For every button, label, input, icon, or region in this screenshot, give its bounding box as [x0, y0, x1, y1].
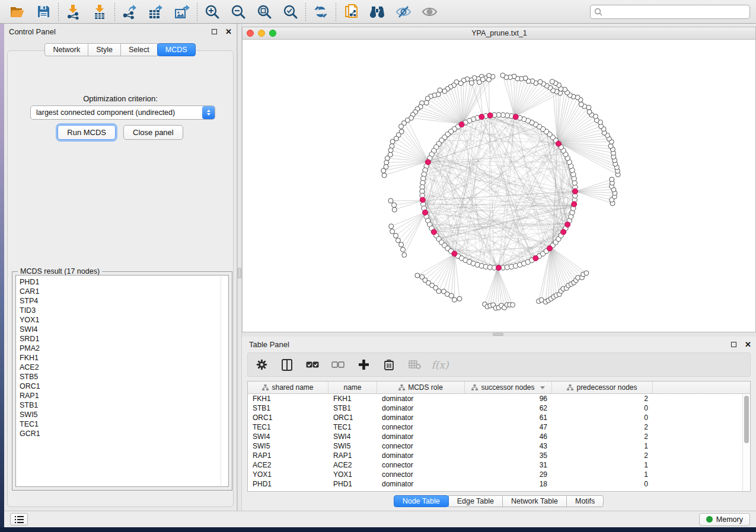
table-cell: connector: [377, 470, 465, 479]
add-column-button[interactable]: [356, 357, 371, 373]
table-scrollbar-thumb[interactable]: [744, 396, 749, 443]
import-table-icon: [92, 4, 107, 20]
table-settings-button[interactable]: [254, 357, 269, 373]
preview-button[interactable]: [418, 2, 441, 22]
window-close-icon[interactable]: [247, 30, 254, 37]
find-button[interactable]: [366, 2, 388, 22]
delete-column-button[interactable]: [381, 357, 397, 373]
table-cell: YOX1: [328, 470, 377, 479]
table-cell: SWI4: [328, 432, 377, 441]
table-row[interactable]: SWI5SWI5connector431: [248, 441, 742, 451]
open-file-button[interactable]: [6, 2, 28, 22]
mcds-list-item[interactable]: GCR1: [20, 429, 228, 438]
criterion-dropdown[interactable]: largest connected component (undirected): [30, 105, 215, 120]
zoom-in-button[interactable]: [201, 2, 224, 22]
table-cell-filler: [653, 394, 742, 403]
mcds-list-item[interactable]: STP4: [20, 296, 228, 306]
horizontal-splitter[interactable]: [242, 332, 756, 336]
clone-network-button[interactable]: [340, 2, 362, 22]
function-builder-button[interactable]: f(x): [432, 357, 448, 373]
mcds-list-item[interactable]: RAP1: [20, 391, 228, 400]
table-row[interactable]: YOX1YOX1connector291: [248, 470, 742, 479]
mcds-list-item[interactable]: ACE2: [20, 363, 228, 372]
mcds-list-item[interactable]: TID3: [20, 306, 228, 315]
deselect-all-button[interactable]: [330, 357, 346, 373]
search-input[interactable]: [605, 8, 746, 16]
show-hide-graphics-button[interactable]: [392, 2, 414, 22]
refresh-button[interactable]: [310, 2, 332, 22]
mcds-list-item[interactable]: SWI4: [20, 325, 228, 334]
mcds-list-item[interactable]: ORC1: [20, 382, 228, 391]
mcds-list-item[interactable]: FKH1: [20, 353, 228, 363]
mcds-list-item[interactable]: STB1: [20, 400, 228, 410]
export-table-button[interactable]: [145, 2, 167, 22]
tab-motifs[interactable]: Motifs: [566, 495, 604, 507]
mcds-list-item[interactable]: YOX1: [20, 315, 228, 325]
splitter-grip[interactable]: [238, 268, 241, 278]
fx-icon: f(x): [431, 359, 448, 371]
network-canvas[interactable]: [243, 40, 755, 332]
tab-network[interactable]: Network: [44, 43, 88, 56]
table-row[interactable]: PHD1PHD1dominator180: [248, 479, 742, 489]
mcds-list-item[interactable]: STB5: [20, 372, 228, 382]
column-header-shared-name[interactable]: shared name: [248, 382, 328, 393]
mcds-list-item[interactable]: CAR1: [20, 287, 228, 296]
network-window-titlebar[interactable]: YPA_prune.txt_1: [243, 27, 755, 40]
mcds-list-item[interactable]: PMA2: [20, 344, 228, 353]
import-table-button[interactable]: [88, 2, 111, 22]
export-image-button[interactable]: [171, 2, 193, 22]
mcds-list-item[interactable]: SWI5: [20, 410, 228, 419]
task-history-button[interactable]: [10, 513, 28, 525]
zoom-selected-button[interactable]: [279, 2, 302, 22]
mcds-list-item[interactable]: SRD1: [20, 334, 228, 344]
table-row[interactable]: ACE2ACE2connector311: [248, 460, 742, 470]
column-header-mcds-role[interactable]: MCDS role: [377, 382, 465, 393]
show-columns-button[interactable]: [279, 357, 295, 373]
table-row[interactable]: ORC1ORC1dominator610: [248, 413, 742, 422]
eye-icon: [422, 5, 438, 18]
mcds-panel: Optimization criterion: largest connecte…: [7, 50, 234, 507]
search-box[interactable]: [590, 5, 750, 19]
export-network-button[interactable]: [119, 2, 141, 22]
column-header-successor-nodes[interactable]: successor nodes: [465, 382, 552, 393]
network-nodes[interactable]: [420, 113, 578, 271]
memory-button[interactable]: Memory: [699, 513, 750, 526]
mcds-list-item[interactable]: PHD1: [20, 277, 228, 287]
tab-select[interactable]: Select: [120, 43, 158, 56]
tab-style[interactable]: Style: [88, 43, 121, 56]
table-row[interactable]: STB1STB1dominator620: [248, 403, 742, 413]
column-header-name[interactable]: name: [328, 382, 377, 393]
trash-icon: [384, 359, 394, 370]
zoom-fit-button[interactable]: [253, 2, 276, 22]
table-row[interactable]: FKH1FKH1dominator962: [248, 394, 742, 403]
table-body[interactable]: FKH1FKH1dominator962STB1STB1dominator620…: [248, 394, 742, 491]
mcds-list-item[interactable]: TEC1: [20, 419, 228, 429]
table-row[interactable]: SWI4SWI4dominator462: [248, 432, 742, 441]
table-cell: 62: [465, 403, 552, 413]
tab-network-table[interactable]: Network Table: [502, 495, 567, 507]
run-mcds-button[interactable]: Run MCDS: [58, 125, 116, 140]
table-cell-filler: [653, 460, 742, 470]
float-panel-icon[interactable]: [212, 29, 217, 34]
table-cell: connector: [377, 441, 465, 451]
horizontal-splitter-grip[interactable]: [493, 333, 503, 336]
panel-splitter[interactable]: [237, 24, 242, 511]
tab-edge-table[interactable]: Edge Table: [448, 495, 503, 507]
close-panel-icon[interactable]: ✕: [225, 28, 232, 36]
float-table-panel-icon[interactable]: [731, 342, 736, 347]
import-network-button[interactable]: [62, 2, 85, 22]
close-table-panel-icon[interactable]: ✕: [745, 341, 751, 348]
save-button[interactable]: [32, 2, 55, 22]
select-all-button[interactable]: [305, 357, 320, 373]
tab-node-table[interactable]: Node Table: [394, 495, 449, 507]
table-row[interactable]: RAP1RAP1dominator352: [248, 451, 742, 460]
table-cell: RAP1: [328, 451, 377, 460]
column-header-predecessor-nodes[interactable]: predecessor nodes: [552, 382, 653, 393]
close-panel-button[interactable]: Close panel: [123, 125, 183, 140]
delete-table-button[interactable]: [407, 357, 422, 373]
zoom-out-button[interactable]: [227, 2, 250, 22]
table-scrollbar[interactable]: [742, 394, 750, 491]
mcds-result-list[interactable]: PHD1CAR1STP4TID3YOX1SWI4SRD1PMA2FKH1ACE2…: [15, 275, 229, 487]
table-row[interactable]: TEC1TEC1connector472: [248, 422, 742, 432]
tab-mcds[interactable]: MCDS: [157, 43, 196, 56]
